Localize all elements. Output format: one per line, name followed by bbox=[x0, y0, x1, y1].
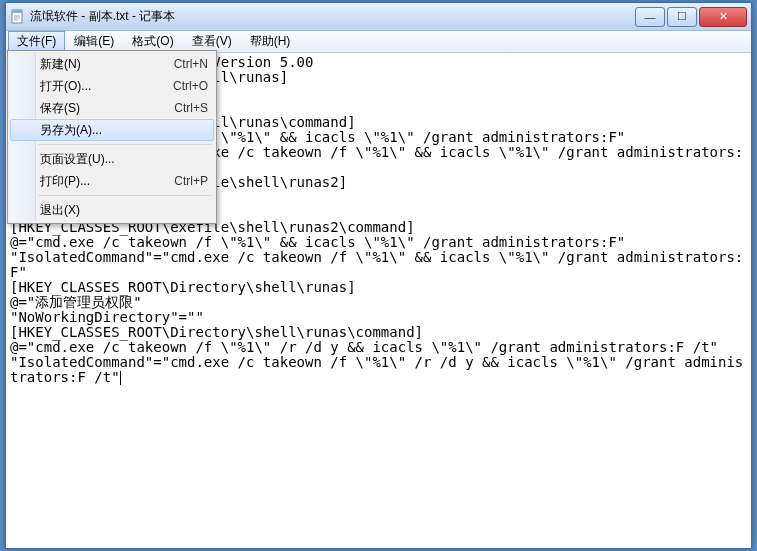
menu-label: 退出(X) bbox=[40, 202, 208, 219]
titlebar[interactable]: 流氓软件 - 副本.txt - 记事本 — ☐ ✕ bbox=[6, 3, 751, 31]
svg-rect-1 bbox=[12, 10, 22, 13]
menu-format[interactable]: 格式(O) bbox=[123, 31, 182, 52]
close-button[interactable]: ✕ bbox=[699, 7, 747, 27]
menu-shortcut: Ctrl+O bbox=[173, 79, 208, 93]
menu-separator bbox=[38, 144, 212, 145]
menu-label: 页面设置(U)... bbox=[40, 151, 208, 168]
menu-shortcut: Ctrl+S bbox=[174, 101, 208, 115]
menu-shortcut: Ctrl+P bbox=[174, 174, 208, 188]
notepad-icon bbox=[10, 9, 26, 25]
minimize-button[interactable]: — bbox=[635, 7, 665, 27]
menu-shortcut: Ctrl+N bbox=[174, 57, 208, 71]
window-title: 流氓软件 - 副本.txt - 记事本 bbox=[30, 8, 633, 25]
menu-label: 新建(N) bbox=[40, 56, 174, 73]
file-menu-dropdown: 新建(N) Ctrl+N 打开(O)... Ctrl+O 保存(S) Ctrl+… bbox=[7, 50, 217, 224]
menu-item-save[interactable]: 保存(S) Ctrl+S bbox=[10, 97, 214, 119]
menu-file[interactable]: 文件(F) bbox=[8, 31, 65, 52]
menu-label: 打印(P)... bbox=[40, 173, 174, 190]
menu-edit[interactable]: 编辑(E) bbox=[65, 31, 123, 52]
text-caret bbox=[120, 371, 121, 385]
maximize-button[interactable]: ☐ bbox=[667, 7, 697, 27]
menu-item-open[interactable]: 打开(O)... Ctrl+O bbox=[10, 75, 214, 97]
menu-item-pagesetup[interactable]: 页面设置(U)... bbox=[10, 148, 214, 170]
menu-view[interactable]: 查看(V) bbox=[183, 31, 241, 52]
menu-label: 另存为(A)... bbox=[40, 122, 207, 139]
menu-help[interactable]: 帮助(H) bbox=[241, 31, 300, 52]
window-controls: — ☐ ✕ bbox=[633, 7, 747, 27]
menu-label: 保存(S) bbox=[40, 100, 174, 117]
menu-item-print[interactable]: 打印(P)... Ctrl+P bbox=[10, 170, 214, 192]
menu-item-exit[interactable]: 退出(X) bbox=[10, 199, 214, 221]
menu-label: 打开(O)... bbox=[40, 78, 173, 95]
menu-separator bbox=[38, 195, 212, 196]
menu-item-new[interactable]: 新建(N) Ctrl+N bbox=[10, 53, 214, 75]
menu-item-saveas[interactable]: 另存为(A)... bbox=[10, 119, 214, 141]
